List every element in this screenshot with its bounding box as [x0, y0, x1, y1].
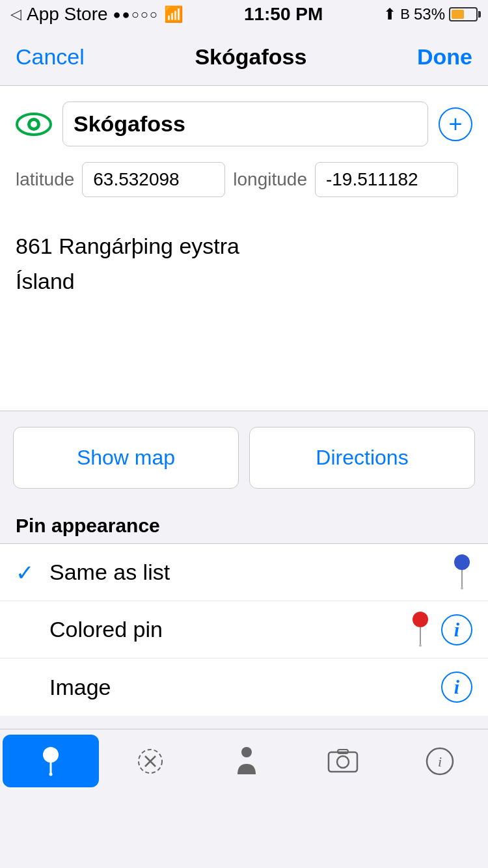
status-left: ◁ App Store ●●○○○ 📶	[10, 4, 183, 25]
tab-info[interactable]: i	[392, 729, 488, 793]
tab-person[interactable]	[198, 729, 295, 793]
tab-exclusion[interactable]	[102, 729, 198, 793]
longitude-label: longitude	[233, 169, 307, 190]
checkmark-icon: ✓	[16, 560, 44, 586]
info-tab-icon: i	[426, 747, 454, 776]
name-input[interactable]	[74, 111, 417, 137]
pin-tab-icon	[39, 746, 62, 777]
image-label: Image	[44, 675, 441, 700]
pin-appearance-list: ✓ Same as list ✓ Colored pin i	[0, 543, 488, 716]
address-line2: Ísland	[16, 264, 472, 299]
bottom-panel: Show map Directions Pin appearance ✓ Sam…	[0, 411, 488, 716]
person-tab-icon	[235, 746, 258, 777]
empty-checkmark: ✓	[16, 617, 44, 643]
coord-row: latitude longitude	[16, 162, 472, 197]
svg-point-8	[419, 644, 422, 647]
tab-bar: i	[0, 729, 488, 793]
app-store-label: App Store	[27, 4, 108, 25]
status-time: 11:50 PM	[244, 4, 323, 25]
svg-point-15	[241, 747, 252, 757]
svg-point-3	[454, 554, 470, 570]
back-arrow-icon: ◁	[10, 6, 21, 23]
address-block: 861 Rangárþing eystra Ísland	[16, 215, 472, 411]
wifi-icon: 📶	[164, 5, 183, 23]
nav-title: Skógafoss	[195, 44, 306, 70]
pin-appearance-header: Pin appearance	[0, 504, 488, 543]
spacer	[0, 716, 488, 729]
status-right: ⬆ B 53%	[383, 5, 478, 23]
directions-button[interactable]: Directions	[249, 427, 475, 489]
svg-point-2	[31, 121, 37, 128]
main-content: + latitude longitude 861 Rangárþing eyst…	[0, 86, 488, 411]
eye-icon	[16, 111, 52, 137]
show-map-button[interactable]: Show map	[13, 427, 239, 489]
colored-pin-info-button[interactable]: i	[441, 614, 472, 645]
longitude-input[interactable]	[315, 162, 458, 197]
name-input-wrapper[interactable]	[62, 102, 428, 146]
action-buttons: Show map Directions	[0, 411, 488, 504]
pin-option-colored-pin[interactable]: ✓ Colored pin i	[0, 601, 488, 658]
name-row: +	[16, 102, 472, 146]
svg-point-5	[461, 587, 463, 590]
cancel-button[interactable]: Cancel	[16, 44, 85, 70]
nav-bar: Cancel Skógafoss Done	[0, 29, 488, 86]
status-bar: ◁ App Store ●●○○○ 📶 11:50 PM ⬆ B 53%	[0, 0, 488, 29]
address-line1: 861 Rangárþing eystra	[16, 228, 472, 264]
svg-point-17	[337, 756, 349, 768]
svg-point-11	[49, 772, 53, 776]
image-info-area: i	[441, 671, 472, 703]
location-icon: ⬆	[383, 5, 396, 23]
pin-option-label: Same as list	[44, 560, 452, 585]
battery-icon	[449, 7, 478, 21]
battery-fill	[452, 10, 464, 19]
svg-rect-16	[329, 752, 357, 772]
blue-pin-icon	[452, 554, 472, 591]
photo-tab-icon	[327, 748, 359, 774]
image-empty-checkmark: ✓	[16, 674, 44, 700]
svg-point-9	[43, 747, 59, 763]
latitude-input[interactable]	[82, 162, 225, 197]
bluetooth-icon: B	[400, 6, 410, 23]
add-button[interactable]: +	[439, 107, 472, 141]
pin-option-image[interactable]: ✓ Image i	[0, 658, 488, 716]
pin-icon-area	[452, 554, 472, 591]
colored-pin-icon-area: i	[410, 612, 472, 648]
image-info-button[interactable]: i	[441, 671, 472, 703]
svg-text:i: i	[438, 753, 442, 770]
red-pin-icon	[410, 612, 431, 648]
latitude-label: latitude	[16, 169, 74, 190]
pin-option-same-as-list[interactable]: ✓ Same as list	[0, 544, 488, 601]
circle-x-tab-icon	[136, 747, 165, 776]
svg-point-6	[413, 612, 428, 627]
colored-pin-label: Colored pin	[44, 617, 410, 642]
tab-pin[interactable]	[3, 735, 99, 787]
battery-percentage: 53%	[414, 5, 445, 23]
tab-photo[interactable]	[295, 729, 391, 793]
done-button[interactable]: Done	[417, 44, 472, 70]
signal-dots: ●●○○○	[113, 7, 159, 22]
